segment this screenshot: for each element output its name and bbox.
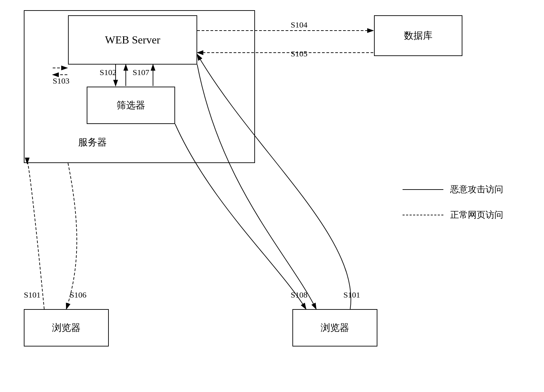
s106-label: S106 xyxy=(70,290,86,300)
browser-left-label: 浏览器 xyxy=(52,321,81,334)
server-label: 服务器 xyxy=(78,136,107,149)
database-label: 数据库 xyxy=(404,29,432,42)
s102-label: S102 xyxy=(100,68,116,77)
database-box: 数据库 xyxy=(374,15,462,56)
s101-left-label: S101 xyxy=(24,290,40,300)
s106-path xyxy=(66,163,77,309)
web-server-box: WEB Server xyxy=(68,15,197,65)
s107-label: S107 xyxy=(133,68,149,77)
s101-left-path xyxy=(27,162,44,309)
browser-left-box: 浏览器 xyxy=(24,309,109,346)
solid-legend-item: 恶意攻击访问 xyxy=(403,183,503,195)
solid-line xyxy=(403,189,443,190)
s104-label: S104 xyxy=(291,20,307,30)
solid-legend-text: 恶意攻击访问 xyxy=(450,183,503,195)
filter-box: 筛选器 xyxy=(87,87,175,124)
dashed-legend-item: 正常网页访问 xyxy=(403,209,503,221)
s103-label: S103 xyxy=(53,76,69,86)
s108-label: S108 xyxy=(291,290,307,300)
s101-right-label: S101 xyxy=(343,290,360,300)
s105-label: S105 xyxy=(291,49,307,58)
browser-right-box: 浏览器 xyxy=(292,309,377,346)
dashed-line xyxy=(403,215,443,215)
diagram-container: WEB Server 筛选器 服务器 数据库 浏览器 浏览器 S103 S102… xyxy=(0,0,544,392)
browser-right-label: 浏览器 xyxy=(321,321,349,334)
web-server-label: WEB Server xyxy=(105,34,160,46)
legend: 恶意攻击访问 正常网页访问 xyxy=(403,183,503,221)
dashed-legend-text: 正常网页访问 xyxy=(450,209,503,221)
filter-label: 筛选器 xyxy=(117,99,145,112)
